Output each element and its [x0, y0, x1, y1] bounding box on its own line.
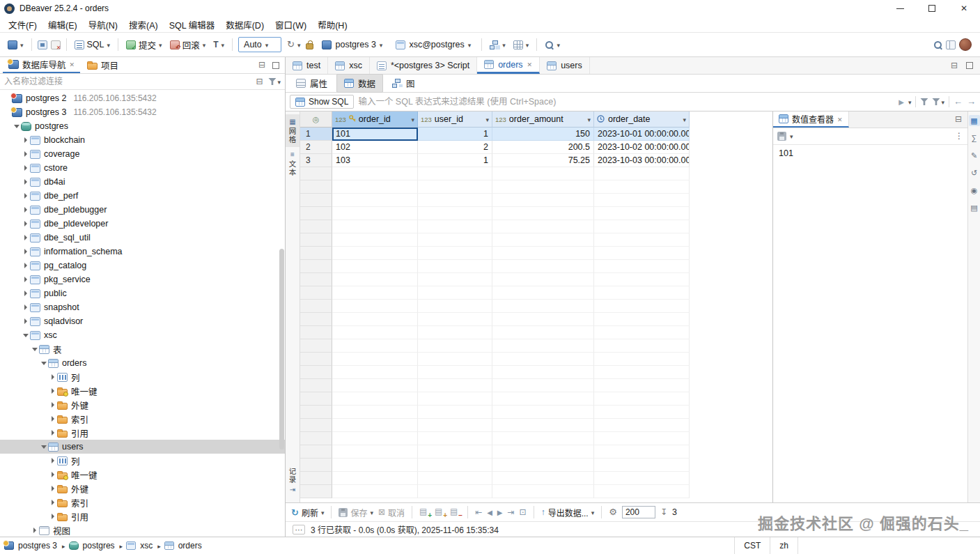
grid-cell[interactable]	[492, 247, 594, 260]
sort-dropdown-icon[interactable]	[411, 115, 414, 124]
grid-empty-row[interactable]	[300, 167, 690, 180]
commit-button[interactable]: 提交	[124, 37, 164, 53]
navigator-filter-menu[interactable]	[268, 77, 281, 86]
expander-icon[interactable]	[48, 500, 57, 505]
refresh-button[interactable]: 刷新	[291, 507, 324, 518]
grid-cell[interactable]	[492, 485, 594, 498]
grid-cell[interactable]	[594, 220, 690, 233]
grid-cell[interactable]	[594, 392, 690, 406]
expander-icon[interactable]	[21, 249, 30, 254]
grid-cell[interactable]	[492, 472, 594, 485]
grid-cell[interactable]	[332, 445, 418, 459]
grid-cell[interactable]	[594, 445, 690, 459]
grid-cell[interactable]	[492, 167, 594, 180]
grid-empty-row[interactable]	[300, 339, 690, 353]
grid-cell[interactable]	[594, 326, 690, 339]
grid-cell[interactable]	[332, 167, 418, 180]
tree-item[interactable]: blockchain	[0, 133, 285, 147]
expander-icon[interactable]	[21, 318, 30, 324]
next-page-icon[interactable]	[497, 508, 503, 517]
tree-item[interactable]: cstore	[0, 161, 285, 175]
grid-empty-row[interactable]	[300, 260, 690, 273]
save-value-icon[interactable]	[777, 132, 786, 141]
expander-icon[interactable]	[21, 305, 30, 310]
cancel-button[interactable]: 取消	[378, 507, 405, 518]
row-number[interactable]: 3	[300, 154, 332, 167]
editor-tab[interactable]: test	[286, 57, 328, 74]
grid-cell[interactable]	[594, 260, 690, 273]
minimize-button[interactable]	[884, 0, 916, 17]
grid-cell[interactable]: 1	[418, 154, 492, 167]
transaction-mode-select[interactable]: Auto	[238, 37, 281, 52]
grid-cell[interactable]	[594, 207, 690, 220]
grid-empty-row[interactable]	[300, 406, 690, 419]
grid-cell[interactable]	[418, 445, 492, 459]
value-history-icon[interactable]: ↺	[969, 167, 980, 178]
calc-panel-icon[interactable]: ∑	[969, 132, 980, 144]
grid-empty-row[interactable]	[300, 419, 690, 432]
grid-row[interactable]: 2 1022200.52023-10-02 00:00:00.000	[300, 141, 690, 154]
grid-cell[interactable]	[332, 220, 418, 233]
expander-icon[interactable]	[39, 445, 48, 449]
grid-cell[interactable]	[492, 233, 594, 247]
tree-item[interactable]: pg_catalog	[0, 259, 285, 272]
quick-search-icon[interactable]	[933, 40, 942, 49]
expander-icon[interactable]	[48, 402, 57, 408]
grid-cell[interactable]	[418, 432, 492, 445]
grid-empty-row[interactable]	[300, 326, 690, 339]
record-mode-toggle[interactable]: 记录 ⇥	[286, 464, 300, 497]
expander-icon[interactable]	[48, 374, 57, 380]
grid-cell[interactable]	[418, 459, 492, 472]
grid-cell[interactable]	[418, 273, 492, 286]
apply-filter-icon[interactable]	[899, 98, 904, 107]
expander-icon[interactable]	[21, 207, 30, 213]
result-subtab[interactable]: 数据	[336, 74, 383, 93]
grid-cell[interactable]	[594, 472, 690, 485]
add-row-icon[interactable]	[419, 507, 430, 517]
tree-item[interactable]: dbe_pldebugger	[0, 203, 285, 217]
grid-cell[interactable]	[418, 353, 492, 366]
grid-cell[interactable]	[492, 326, 594, 339]
maximize-view-icon[interactable]	[966, 62, 973, 69]
grid-row[interactable]: 3 103175.252023-10-03 00:00:00.000	[300, 154, 690, 167]
grid-cell[interactable]	[418, 207, 492, 220]
minimize-view-icon[interactable]	[951, 61, 958, 70]
tree-item[interactable]: postgres 3 116.205.106.135:5432	[0, 105, 285, 119]
breadcrumb-item[interactable]: postgres	[69, 541, 125, 551]
breadcrumb-item[interactable]: orders	[164, 541, 202, 551]
disconnect-icon[interactable]	[51, 40, 61, 49]
tree-item[interactable]: xsc	[0, 328, 285, 342]
grid-cell[interactable]	[332, 247, 418, 260]
grid-cell[interactable]	[594, 379, 690, 392]
grid-cell[interactable]: 2	[418, 141, 492, 154]
export-data-button[interactable]: 导出数据...	[541, 507, 595, 518]
metadata-icon[interactable]: ◉	[969, 185, 980, 196]
grid-cell[interactable]	[492, 180, 594, 194]
new-connection-button[interactable]	[6, 39, 26, 51]
tree-scrollbar[interactable]	[279, 249, 284, 449]
expander-icon[interactable]	[21, 221, 30, 226]
settings-gear-icon[interactable]	[609, 507, 617, 517]
grid-cell[interactable]	[418, 220, 492, 233]
tree-item[interactable]: postgres	[0, 119, 285, 133]
grid-cell[interactable]	[492, 339, 594, 353]
grid-cell[interactable]	[418, 392, 492, 406]
perspective-icon[interactable]	[946, 40, 956, 49]
grid-empty-row[interactable]	[300, 247, 690, 260]
expander-icon[interactable]	[21, 263, 30, 268]
row-number[interactable]: 2	[300, 141, 332, 154]
grid-cell[interactable]	[492, 207, 594, 220]
tree-item[interactable]: postgres 2 116.205.106.135:5432	[0, 91, 285, 105]
grid-cell[interactable]	[332, 392, 418, 406]
expander-icon[interactable]	[48, 472, 57, 477]
grid-cell[interactable]	[418, 326, 492, 339]
expander-icon[interactable]	[12, 125, 21, 128]
grid-empty-row[interactable]	[300, 366, 690, 379]
grid-cell[interactable]	[418, 194, 492, 207]
lock-icon[interactable]	[306, 43, 313, 49]
tree-item[interactable]: snapshot	[0, 300, 285, 314]
grid-cell[interactable]	[418, 366, 492, 379]
tree-item[interactable]: 引用	[0, 426, 285, 440]
expander-icon[interactable]	[21, 165, 30, 171]
value-edit-icon[interactable]: ✎	[969, 150, 980, 161]
